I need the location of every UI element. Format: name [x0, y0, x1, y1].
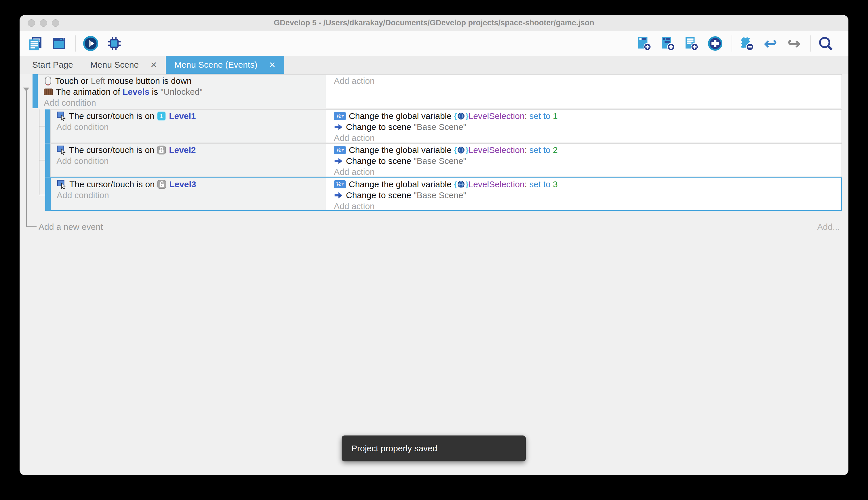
- action-change-scene[interactable]: Change to scene "Base Scene": [334, 122, 842, 133]
- globe-icon: [457, 181, 465, 188]
- add-condition-link[interactable]: Add condition: [44, 97, 326, 108]
- tab-label: Menu Scene (Events): [174, 60, 257, 70]
- action-text: Change to scene: [346, 156, 413, 166]
- condition-cursor-on[interactable]: The cursor/touch is on 1Level1: [56, 111, 326, 122]
- add-condition-link[interactable]: Add condition: [56, 122, 326, 133]
- tabbar: Start Page Menu Scene ✕ Menu Scene (Even…: [20, 56, 848, 74]
- condition-cursor-on[interactable]: The cursor/touch is on Level3: [57, 179, 326, 190]
- add-condition-link[interactable]: Add condition: [56, 156, 326, 167]
- event-row-level3[interactable]: The cursor/touch is on Level3 Add condit…: [50, 178, 842, 211]
- globe-icon: [457, 146, 465, 154]
- add-event-icon[interactable]: [636, 35, 653, 52]
- add-subevent-icon[interactable]: [660, 35, 676, 52]
- value: 3: [553, 180, 558, 189]
- conditions-actions-divider: [326, 178, 329, 210]
- operator: set to: [529, 111, 553, 121]
- tab-menu-scene[interactable]: Menu Scene ✕: [82, 56, 166, 74]
- scene-name: "Base Scene": [413, 122, 466, 132]
- play-icon[interactable]: [82, 35, 99, 52]
- add-action-link[interactable]: Add action: [334, 201, 841, 212]
- object-name: Level1: [169, 111, 196, 121]
- condition-text: The cursor/touch is on: [69, 145, 157, 155]
- condition-touch-mouse[interactable]: Touch or Left mouse button is down: [44, 76, 326, 87]
- tree-line: [26, 91, 27, 227]
- action-change-variable[interactable]: Var Change the global variable {}LevelSe…: [334, 111, 842, 122]
- minimize-window-button[interactable]: [40, 19, 47, 27]
- tree-line: [39, 110, 39, 195]
- toolbar: ↩ ↪: [20, 31, 848, 56]
- level1-object-icon: 1: [157, 112, 166, 121]
- operator: set to: [529, 180, 553, 189]
- tab-menu-scene-events[interactable]: Menu Scene (Events) ✕: [166, 56, 284, 74]
- redo-icon[interactable]: ↪: [786, 35, 802, 52]
- conditions-actions-divider: [326, 75, 329, 108]
- action-text: Change the global variable: [349, 180, 454, 189]
- operator: set to: [529, 145, 553, 155]
- add-more-link[interactable]: Add...: [817, 221, 840, 233]
- project-manager-icon[interactable]: [27, 35, 44, 52]
- tree-line: [39, 195, 45, 195]
- event-row-level1[interactable]: The cursor/touch is on 1Level1 Add condi…: [50, 110, 842, 143]
- close-window-button[interactable]: [28, 19, 35, 27]
- action-change-variable[interactable]: Var Change the global variable {}LevelSe…: [334, 179, 841, 190]
- event-row-level2[interactable]: The cursor/touch is on Level2 Add condit…: [50, 144, 842, 177]
- mouse-icon: [44, 76, 52, 86]
- add-action-link[interactable]: Add action: [334, 167, 842, 178]
- window-title: GDevelop 5 - /Users/dkarakay/Documents/G…: [20, 15, 848, 31]
- condition-param: Left: [91, 76, 105, 86]
- tree-line: [39, 126, 45, 126]
- conditions-cell: The cursor/touch is on Level3 Add condit…: [51, 178, 326, 210]
- choose-add-event-icon[interactable]: [707, 35, 724, 52]
- search-icon[interactable]: [817, 35, 834, 52]
- action-text: Change the global variable: [349, 145, 454, 155]
- object-name: Levels: [122, 87, 149, 97]
- add-action-link[interactable]: Add action: [334, 76, 842, 87]
- event-bar: [45, 144, 50, 177]
- remove-event-icon[interactable]: [739, 35, 755, 52]
- event-bar: [45, 178, 50, 211]
- action-change-variable[interactable]: Var Change the global variable {}LevelSe…: [334, 145, 842, 156]
- toolbar-divider: [810, 35, 811, 52]
- condition-text: The cursor/touch is on: [69, 111, 157, 121]
- scene-arrow-icon: [334, 191, 343, 199]
- conditions-actions-divider: [326, 110, 329, 143]
- gdevelop-window: GDevelop 5 - /Users/dkarakay/Documents/G…: [20, 15, 848, 475]
- animation-icon: [44, 88, 53, 95]
- scene-name: "Base Scene": [413, 190, 466, 200]
- close-tab-icon[interactable]: ✕: [150, 60, 157, 70]
- lock-object-icon: [157, 180, 166, 189]
- event-row-root[interactable]: Touch or Left mouse button is down The a…: [38, 74, 842, 108]
- add-comment-icon[interactable]: [683, 35, 700, 52]
- debug-icon[interactable]: [106, 35, 122, 52]
- conditions-cell: The cursor/touch is on Level2 Add condit…: [51, 144, 326, 177]
- tree-line: [26, 226, 37, 227]
- variable-icon: Var: [334, 112, 346, 120]
- cursor-touch-icon: [56, 111, 66, 121]
- action-text: Change to scene: [346, 190, 413, 200]
- condition-text: mouse button is down: [105, 76, 191, 86]
- undo-icon[interactable]: ↩: [762, 35, 779, 52]
- object-name: Level2: [169, 145, 196, 155]
- action-text: Change the global variable: [349, 111, 454, 121]
- action-change-scene[interactable]: Change to scene "Base Scene": [334, 190, 841, 201]
- condition-text: is: [149, 87, 160, 97]
- tree-line: [39, 160, 45, 160]
- maximize-window-button[interactable]: [52, 19, 59, 27]
- object-name: Level3: [169, 180, 196, 189]
- add-action-link[interactable]: Add action: [334, 133, 842, 144]
- actions-cell: Add action: [329, 75, 842, 108]
- tab-start-page[interactable]: Start Page: [24, 56, 82, 74]
- close-tab-icon[interactable]: ✕: [269, 60, 275, 70]
- variable-name: LevelSelection: [469, 145, 525, 155]
- actions-cell: Var Change the global variable {}LevelSe…: [329, 178, 841, 210]
- globe-icon: [457, 112, 465, 120]
- scene-editor-icon[interactable]: [51, 35, 67, 52]
- action-change-scene[interactable]: Change to scene "Base Scene": [334, 156, 842, 167]
- condition-animation[interactable]: The animation of Levels is "Unlocked": [44, 87, 326, 97]
- condition-cursor-on[interactable]: The cursor/touch is on Level2: [56, 145, 326, 156]
- conditions-cell: Touch or Left mouse button is down The a…: [38, 75, 326, 108]
- add-condition-link[interactable]: Add condition: [57, 190, 326, 201]
- add-new-event-link[interactable]: Add a new event: [38, 221, 103, 233]
- variable-icon: Var: [334, 146, 346, 154]
- toast-message: Project properly saved: [351, 444, 437, 453]
